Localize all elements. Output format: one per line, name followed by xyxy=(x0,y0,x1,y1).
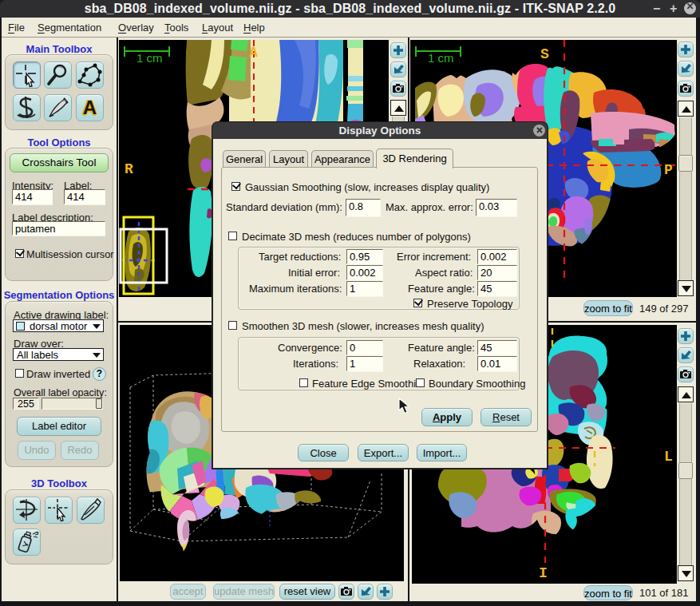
svg-text:P: P xyxy=(664,162,673,178)
svg-text:1 cm: 1 cm xyxy=(136,51,163,65)
svg-text:R: R xyxy=(125,161,133,177)
svg-text:1 cm: 1 cm xyxy=(428,51,454,65)
svg-text:L: L xyxy=(664,449,673,465)
svg-text:S: S xyxy=(540,46,549,62)
svg-text:I: I xyxy=(539,565,548,581)
svg-text:A: A xyxy=(249,45,258,61)
